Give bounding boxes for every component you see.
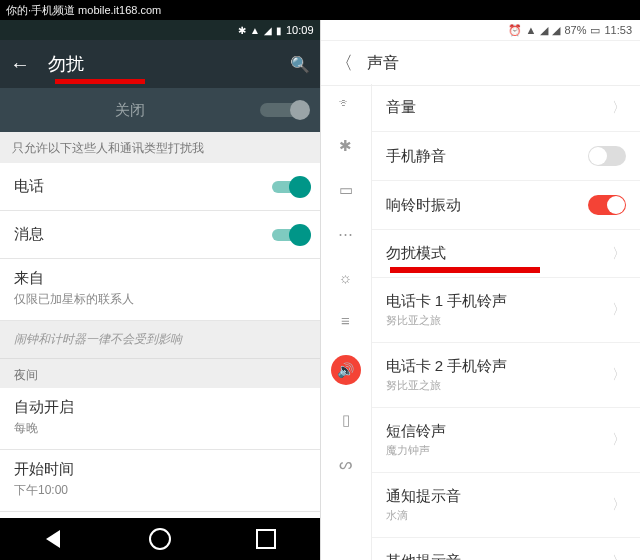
row-title: 手机静音 — [386, 147, 589, 166]
android-nav-bar — [0, 518, 320, 560]
row-title: 电话卡 1 手机铃声 — [386, 292, 613, 311]
back-chevron-icon[interactable]: 〈 — [335, 51, 353, 75]
back-arrow-icon[interactable]: ← — [10, 53, 30, 76]
section-night: 夜间 — [0, 358, 320, 388]
left-screenshot: ✱ ▲ ◢ ▮ 10:09 ← 勿扰 🔍 关闭 只允许以下这些人和通讯类型打扰我… — [0, 0, 321, 560]
red-underline-annotation — [390, 267, 540, 273]
alarm-icon: ⏰ — [508, 24, 522, 37]
page-title: 勿扰 — [48, 52, 290, 76]
row-title: 自动开启 — [14, 398, 306, 417]
row-subtitle: 努比亚之旅 — [386, 378, 613, 393]
row-subtitle: 水滴 — [386, 508, 613, 523]
chevron-right-icon: 〉 — [612, 99, 626, 117]
switch-on[interactable] — [272, 181, 306, 193]
page-title: 声音 — [367, 53, 399, 74]
search-icon[interactable]: 🔍 — [290, 55, 310, 74]
nav-back-icon[interactable] — [42, 528, 64, 550]
nav-home-icon[interactable] — [149, 528, 171, 550]
battery-percent: 87% — [564, 24, 586, 36]
row-title: 其他提示音 — [386, 552, 613, 560]
row-from[interactable]: 来自 仅限已加星标的联系人 — [0, 259, 320, 321]
row-title: 开始时间 — [14, 460, 306, 479]
status-time: 11:53 — [604, 24, 632, 36]
chevron-right-icon: 〉 — [612, 431, 626, 449]
row-start-time[interactable]: 开始时间 下午10:00 — [0, 450, 320, 512]
row-title: 短信铃声 — [386, 422, 613, 441]
wifi-icon: ▲ — [250, 25, 260, 36]
row-title: 电话卡 2 手机铃声 — [386, 357, 613, 376]
chevron-right-icon: 〉 — [612, 553, 626, 561]
row-messages[interactable]: 消息 — [0, 211, 320, 259]
row-mute[interactable]: 手机静音 — [372, 132, 641, 181]
right-screenshot: ⏰ ▲ ◢ ◢ 87% ▭ 11:53 〈 声音 ᯤ ✱ ▭ ⋯ ☼ ≡ 🔊 ▯… — [321, 0, 641, 560]
row-other-tones[interactable]: 其他提示音 〉 — [372, 538, 641, 560]
nav-recent-icon[interactable] — [255, 528, 277, 550]
switch-on[interactable] — [272, 229, 306, 241]
row-dnd-mode[interactable]: 勿扰模式 〉 — [372, 230, 641, 278]
row-sim2-ringtone[interactable]: 电话卡 2 手机铃声 努比亚之旅 〉 — [372, 343, 641, 408]
bluetooth-icon: ✱ — [238, 25, 246, 36]
signal-icon: ◢ — [552, 24, 560, 37]
watermark-bar: 你的·手机频道 mobile.it168.com — [0, 0, 640, 20]
row-subtitle: 每晚 — [14, 420, 306, 437]
chevron-right-icon: 〉 — [612, 366, 626, 384]
switch-on[interactable] — [588, 195, 626, 215]
wifi-tab-icon[interactable]: ᯤ — [338, 94, 353, 111]
row-label: 消息 — [14, 225, 272, 244]
row-title: 勿扰模式 — [386, 244, 613, 263]
signal-icon: ◢ — [264, 25, 272, 36]
left-status-bar: ✱ ▲ ◢ ▮ 10:09 — [0, 20, 320, 40]
more-tab-icon[interactable]: ⋯ — [338, 225, 353, 243]
category-sidebar: ᯤ ✱ ▭ ⋯ ☼ ≡ 🔊 ▯ ᔕ — [321, 84, 372, 560]
row-title: 响铃时振动 — [386, 196, 589, 215]
switch-off[interactable] — [588, 146, 626, 166]
row-subtitle: 魔力钟声 — [386, 443, 613, 458]
sound-tab-icon[interactable]: 🔊 — [331, 355, 361, 385]
row-vibrate[interactable]: 响铃时振动 — [372, 181, 641, 230]
section-subtitle: 只允许以下这些人和通讯类型打扰我 — [0, 132, 320, 163]
row-notification-tone[interactable]: 通知提示音 水滴 〉 — [372, 473, 641, 538]
gesture-tab-icon[interactable]: ᔕ — [339, 455, 352, 473]
row-sim1-ringtone[interactable]: 电话卡 1 手机铃声 努比亚之旅 〉 — [372, 278, 641, 343]
status-time: 10:09 — [286, 24, 314, 36]
row-subtitle: 仅限已加星标的联系人 — [14, 291, 306, 308]
row-phone[interactable]: 电话 — [0, 163, 320, 211]
right-header: 〈 声音 — [321, 41, 641, 86]
row-subtitle: 下午10:00 — [14, 482, 306, 499]
alarm-note: 闹钟和计时器一律不会受到影响 — [0, 321, 320, 358]
row-sms-tone[interactable]: 短信铃声 魔力钟声 〉 — [372, 408, 641, 473]
right-status-bar: ⏰ ▲ ◢ ◢ 87% ▭ 11:53 — [321, 20, 641, 41]
row-label: 电话 — [14, 177, 272, 196]
row-title: 通知提示音 — [386, 487, 613, 506]
wifi-icon: ▲ — [526, 24, 537, 36]
brightness-tab-icon[interactable]: ☼ — [339, 269, 353, 286]
master-toggle[interactable] — [260, 103, 306, 117]
battery-icon: ▮ — [276, 25, 282, 36]
display-tab-icon[interactable]: ▭ — [339, 181, 353, 199]
bluetooth-tab-icon[interactable]: ✱ — [339, 137, 352, 155]
chevron-right-icon: 〉 — [612, 496, 626, 514]
chevron-right-icon: 〉 — [612, 245, 626, 263]
device-tab-icon[interactable]: ▯ — [342, 411, 350, 429]
row-volume[interactable]: 音量 〉 — [372, 84, 641, 132]
battery-icon: ▭ — [590, 24, 600, 37]
settings-list: 音量 〉 手机静音 响铃时振动 勿扰模式 〉 电话卡 1 手机铃声 努比亚之旅 — [372, 84, 641, 560]
dnd-master-toggle-row[interactable]: 关闭 — [0, 88, 320, 132]
row-subtitle: 努比亚之旅 — [386, 313, 613, 328]
toggle-off-label: 关闭 — [0, 101, 260, 120]
left-header: ← 勿扰 🔍 — [0, 40, 320, 88]
list-tab-icon[interactable]: ≡ — [341, 312, 350, 329]
row-auto-on[interactable]: 自动开启 每晚 — [0, 388, 320, 450]
signal-icon: ◢ — [540, 24, 548, 37]
chevron-right-icon: 〉 — [612, 301, 626, 319]
row-title: 音量 — [386, 98, 613, 117]
row-title: 来自 — [14, 269, 306, 288]
red-underline-annotation — [55, 79, 145, 84]
